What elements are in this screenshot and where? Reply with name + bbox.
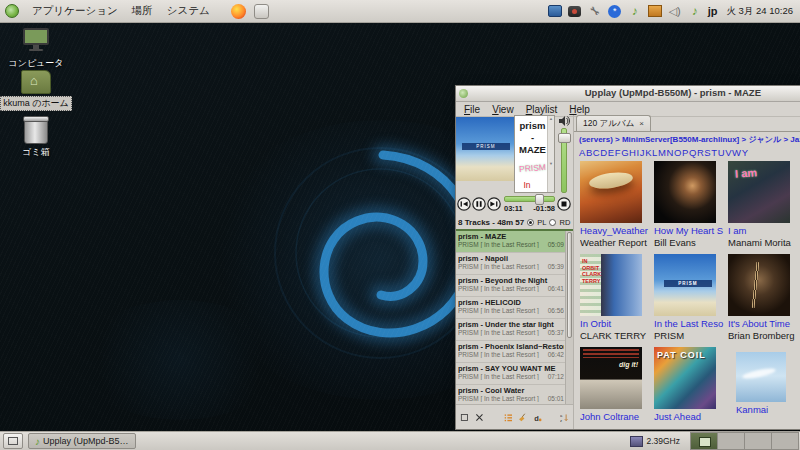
info-scrollbar[interactable]: ▲▼ — [547, 116, 554, 192]
bluetooth-icon[interactable]: * — [608, 5, 621, 18]
volume-handle[interactable] — [558, 133, 571, 143]
track-detail: PRISM [ In the Last Resort ] — [458, 395, 539, 402]
album-item[interactable]: IN ORBIT CLARK TERRY In Orbit CLARK TERR… — [580, 254, 652, 347]
mode-pl-label[interactable]: PL — [537, 218, 546, 227]
playlist-row[interactable]: prism - MAZE PRISM [ In the Last Resort … — [456, 231, 573, 253]
playlist-scrollbar[interactable] — [565, 231, 573, 404]
mode-pl-radio[interactable] — [527, 219, 534, 226]
album-item[interactable]: It's About Time Brian Bromberg — [728, 254, 800, 347]
seek-slider[interactable] — [504, 196, 555, 202]
package-icon[interactable] — [648, 5, 662, 17]
playlist-row[interactable]: prism - HELICOID PRISM [ In the Last Res… — [456, 297, 573, 319]
pause-button[interactable] — [472, 197, 486, 211]
desktop: アプリケーション 場所 システム 🔧︎ * ♪ ◁) ♪ jp 火 3月 24 … — [0, 0, 800, 450]
breadcrumb[interactable]: (servers) > MinimServer[B550M-archlinux]… — [574, 132, 800, 147]
playlist-row[interactable]: prism - Phoenix Island~Restore the w PRI… — [456, 341, 573, 363]
volume-slider[interactable] — [561, 128, 567, 193]
album-item[interactable]: Heavy_Weather Weather Report — [580, 161, 652, 254]
album-item[interactable]: PRISM In the Last Reso PRISM — [654, 254, 726, 347]
volume-icon[interactable]: ◁) — [668, 4, 682, 18]
menu-playlist[interactable]: Playlist — [521, 104, 563, 115]
desktop-icon-computer[interactable]: コンピュータ — [0, 27, 72, 70]
select-window-icon[interactable] — [460, 411, 469, 424]
distro-menu-icon[interactable] — [5, 4, 19, 18]
album-cover[interactable]: dig it! — [580, 347, 642, 409]
album-cover[interactable] — [654, 161, 716, 223]
album-cover[interactable]: IN ORBIT CLARK TERRY — [580, 254, 642, 316]
clock[interactable]: 火 3月 24 10:26 — [723, 5, 796, 18]
album-item[interactable]: How My Heart S Bill Evans — [654, 161, 726, 254]
svg-text:d: d — [535, 413, 540, 422]
seek-handle[interactable] — [535, 194, 544, 205]
system-tray: 🔧︎ * ♪ ◁) ♪ jp 火 3月 24 10:26 — [548, 4, 800, 18]
workspace-4[interactable] — [772, 433, 798, 449]
media-player-icon[interactable] — [568, 6, 581, 17]
d-icon[interactable]: d — [533, 411, 542, 424]
track-detail: PRISM [ In the Last Resort ] — [458, 285, 539, 292]
display-icon[interactable] — [548, 5, 562, 17]
album-item[interactable]: PAT COIL Just Ahead — [654, 347, 726, 429]
cpu-frequency-applet[interactable]: 2.39GHz — [630, 436, 680, 447]
playlist-row[interactable]: prism - Cool Water PRISM [ In the Last R… — [456, 385, 573, 404]
menu-file[interactable]: File — [459, 104, 485, 115]
workspace-switcher — [690, 432, 799, 450]
album-cover[interactable] — [736, 352, 786, 402]
firefox-icon[interactable] — [231, 4, 246, 19]
speaker-icon[interactable] — [558, 116, 570, 126]
album-item[interactable]: I am I am Manami Morita — [728, 161, 800, 254]
stop-button[interactable] — [557, 197, 571, 211]
album-title[interactable]: How My Heart S — [654, 225, 726, 236]
remove-icon[interactable] — [475, 411, 484, 424]
workspace-2[interactable] — [718, 433, 745, 449]
album-title[interactable]: In Orbit — [580, 318, 652, 329]
album-title[interactable]: John Coltrane — [580, 411, 652, 422]
file-manager-icon[interactable] — [254, 4, 269, 19]
menu-system[interactable]: システム — [160, 1, 217, 21]
track-duration: 06:41 — [548, 285, 564, 292]
menu-help[interactable]: Help — [564, 104, 595, 115]
album-cover[interactable] — [728, 254, 790, 316]
album-cover[interactable]: PRISM — [654, 254, 716, 316]
show-desktop-button[interactable] — [3, 433, 23, 449]
desktop-icon-home[interactable]: kkuma のホーム — [0, 70, 72, 111]
playlist-row[interactable]: prism - SAY YOU WANT ME PRISM [ In the L… — [456, 363, 573, 385]
menu-applications[interactable]: アプリケーション — [25, 1, 125, 21]
tools-icon[interactable]: 🔧︎ — [588, 4, 602, 18]
album-title[interactable]: In the Last Reso — [654, 318, 726, 329]
tab-close-icon[interactable]: × — [639, 119, 644, 128]
playlist-row[interactable]: prism - Under the star light PRISM [ In … — [456, 319, 573, 341]
mode-rd-label[interactable]: RD — [559, 218, 570, 227]
tab-albums[interactable]: 120 アルバム × — [576, 115, 651, 131]
playlist-row[interactable]: prism - Napoli PRISM [ In the Last Resor… — [456, 253, 573, 275]
album-title[interactable]: Kanmai — [728, 404, 800, 415]
desktop-icon-trash[interactable]: ゴミ箱 — [0, 118, 72, 159]
album-cover[interactable]: I am — [728, 161, 790, 223]
taskbar-window-button[interactable]: ♪ Upplay (UpMpd-B5… — [28, 433, 136, 449]
album-item[interactable]: Kanmai — [728, 347, 800, 429]
mode-rd-radio[interactable] — [549, 219, 556, 226]
broom-icon[interactable] — [518, 411, 527, 424]
keyboard-layout-indicator[interactable]: jp — [708, 5, 718, 17]
album-title[interactable]: Heavy_Weather — [580, 225, 652, 236]
album-title[interactable]: I am — [728, 225, 800, 236]
window-titlebar[interactable]: Upplay (UpMpd-B550M) - prism - MAZE — [456, 86, 800, 102]
music-note-icon[interactable]: ♪ — [688, 4, 702, 18]
album-item[interactable]: dig it! John Coltrane — [580, 347, 652, 429]
cpu-frequency-label: 2.39GHz — [646, 436, 680, 446]
album-cover[interactable]: PAT COIL — [654, 347, 716, 409]
menu-places[interactable]: 場所 — [125, 1, 160, 21]
menu-view[interactable]: View — [487, 104, 519, 115]
list-icon[interactable] — [504, 411, 513, 424]
next-button[interactable] — [487, 197, 501, 211]
album-cover[interactable] — [580, 161, 642, 223]
playlist-toolbar: d az — [456, 404, 573, 429]
alphabet-index[interactable]: ABCDEFGHIJKLMNOPQRSTUVWY — [574, 147, 800, 160]
music-note-icon[interactable]: ♪ — [628, 4, 642, 18]
previous-button[interactable] — [457, 197, 471, 211]
sort-icon[interactable]: az — [560, 411, 569, 424]
album-title[interactable]: Just Ahead — [654, 411, 726, 422]
playlist-row[interactable]: prism - Beyond the Night PRISM [ In the … — [456, 275, 573, 297]
workspace-3[interactable] — [745, 433, 772, 449]
album-title[interactable]: It's About Time — [728, 318, 800, 329]
workspace-1[interactable] — [691, 433, 718, 449]
